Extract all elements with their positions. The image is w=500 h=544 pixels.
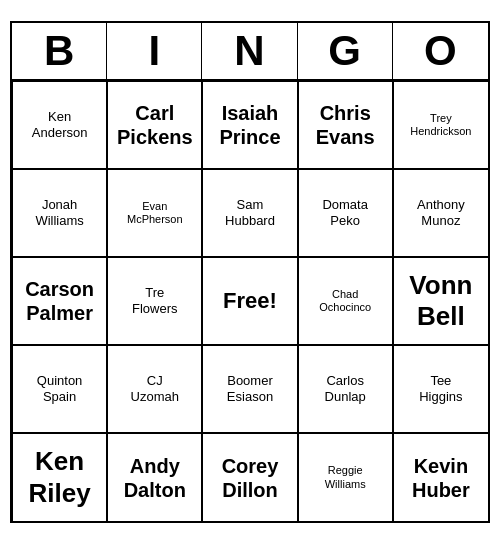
cell-label: Evan McPherson	[127, 200, 183, 226]
bingo-header: BINGO	[12, 23, 488, 81]
bingo-cell: Chris Evans	[298, 81, 393, 169]
bingo-cell: Chad Ochocinco	[298, 257, 393, 345]
bingo-cell: Free!	[202, 257, 297, 345]
bingo-cell: Domata Peko	[298, 169, 393, 257]
cell-label: Trey Hendrickson	[410, 112, 471, 138]
cell-label: Tee Higgins	[419, 373, 462, 404]
bingo-letter: N	[202, 23, 297, 79]
bingo-letter: B	[12, 23, 107, 79]
bingo-grid: Ken AndersonCarl PickensIsaiah PrinceChr…	[12, 81, 488, 521]
bingo-cell: Vonn Bell	[393, 257, 488, 345]
bingo-cell: Tee Higgins	[393, 345, 488, 433]
cell-label: Chad Ochocinco	[319, 288, 371, 314]
cell-label: Isaiah Prince	[219, 101, 280, 149]
cell-label: Carl Pickens	[117, 101, 193, 149]
bingo-cell: Carlos Dunlap	[298, 345, 393, 433]
bingo-cell: Anthony Munoz	[393, 169, 488, 257]
cell-label: Corey Dillon	[222, 454, 279, 502]
bingo-cell: Trey Hendrickson	[393, 81, 488, 169]
cell-label: Anthony Munoz	[417, 197, 465, 228]
cell-label: Boomer Esiason	[227, 373, 273, 404]
bingo-cell: CJ Uzomah	[107, 345, 202, 433]
cell-label: CJ Uzomah	[131, 373, 179, 404]
bingo-cell: Jonah Williams	[12, 169, 107, 257]
cell-label: Reggie Williams	[325, 464, 366, 490]
bingo-cell: Carson Palmer	[12, 257, 107, 345]
bingo-letter: I	[107, 23, 202, 79]
bingo-cell: Isaiah Prince	[202, 81, 297, 169]
bingo-letter: G	[298, 23, 393, 79]
cell-label: Chris Evans	[316, 101, 375, 149]
bingo-cell: Andy Dalton	[107, 433, 202, 521]
bingo-card: BINGO Ken AndersonCarl PickensIsaiah Pri…	[10, 21, 490, 523]
cell-label: Quinton Spain	[37, 373, 83, 404]
bingo-letter: O	[393, 23, 488, 79]
bingo-cell: Quinton Spain	[12, 345, 107, 433]
cell-label: Sam Hubbard	[225, 197, 275, 228]
cell-label: Carson Palmer	[25, 277, 94, 325]
bingo-cell: Kevin Huber	[393, 433, 488, 521]
cell-label: Carlos Dunlap	[325, 373, 366, 404]
cell-label: Andy Dalton	[124, 454, 186, 502]
bingo-cell: Tre Flowers	[107, 257, 202, 345]
bingo-cell: Evan McPherson	[107, 169, 202, 257]
cell-label: Ken Riley	[29, 446, 91, 508]
cell-label: Kevin Huber	[412, 454, 470, 502]
bingo-cell: Boomer Esiason	[202, 345, 297, 433]
cell-label: Jonah Williams	[35, 197, 83, 228]
bingo-cell: Ken Anderson	[12, 81, 107, 169]
cell-label: Vonn Bell	[409, 270, 472, 332]
bingo-cell: Corey Dillon	[202, 433, 297, 521]
cell-label: Tre Flowers	[132, 285, 178, 316]
bingo-cell: Sam Hubbard	[202, 169, 297, 257]
cell-label: Free!	[223, 288, 277, 314]
cell-label: Ken Anderson	[32, 109, 88, 140]
cell-label: Domata Peko	[322, 197, 368, 228]
bingo-cell: Ken Riley	[12, 433, 107, 521]
bingo-cell: Reggie Williams	[298, 433, 393, 521]
bingo-cell: Carl Pickens	[107, 81, 202, 169]
